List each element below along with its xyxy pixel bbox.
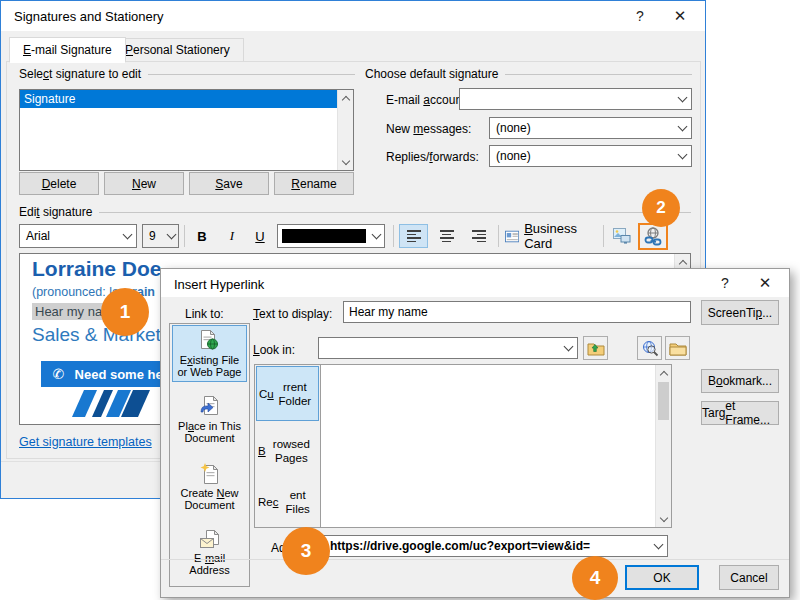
bold-button[interactable]: B bbox=[189, 224, 215, 248]
signature-list-scrollbar[interactable] bbox=[337, 90, 353, 170]
look-in-label: Look in: bbox=[253, 343, 295, 357]
bookmark-button[interactable]: Bookmark... bbox=[701, 369, 779, 393]
sidebar-item-label: E-mail Address bbox=[173, 552, 246, 576]
font-family-combo[interactable]: Arial bbox=[19, 224, 137, 248]
link-to-label: Link to: bbox=[185, 307, 224, 321]
font-size-combo[interactable]: 9 bbox=[142, 224, 179, 248]
callout-badge-1: 1 bbox=[101, 288, 149, 336]
footer-divider bbox=[161, 559, 789, 560]
file-browser[interactable]: Current Folder Browsed Pages Recent File… bbox=[254, 364, 672, 528]
tab-email-signature[interactable]: E-mail Signature bbox=[9, 37, 126, 63]
replies-forwards-combo[interactable]: (none) bbox=[489, 145, 692, 167]
align-left-button[interactable] bbox=[399, 224, 428, 248]
browse-up-folder-button[interactable] bbox=[583, 336, 608, 360]
recent-files-tab[interactable]: Recent Files bbox=[256, 479, 319, 525]
phone-icon: ✆ bbox=[53, 366, 65, 382]
folder-icon bbox=[669, 341, 687, 356]
new-messages-combo[interactable]: (none) bbox=[489, 117, 692, 139]
save-button[interactable]: Save bbox=[189, 172, 269, 195]
list-item-signature[interactable]: Signature bbox=[20, 90, 353, 108]
business-card-button[interactable]: Business Card bbox=[505, 224, 599, 248]
edit-signature-label: Edit signature bbox=[19, 205, 92, 219]
cancel-button[interactable]: Cancel bbox=[719, 565, 779, 590]
edit-signature-group: Edit signature bbox=[19, 205, 691, 219]
open-folder-button[interactable] bbox=[665, 336, 690, 360]
scroll-down-icon[interactable] bbox=[656, 511, 671, 527]
scrollbar-thumb[interactable] bbox=[658, 382, 669, 420]
chevron-down-icon[interactable] bbox=[118, 225, 136, 247]
sidebar-item-create-new-document[interactable]: Create New Document bbox=[172, 459, 247, 515]
color-swatch bbox=[282, 229, 366, 243]
new-messages-value: (none) bbox=[490, 121, 673, 135]
chevron-down-icon[interactable] bbox=[649, 536, 667, 556]
font-color-button[interactable] bbox=[277, 224, 385, 248]
underline-button[interactable]: U bbox=[247, 224, 273, 248]
folder-tabs-column: Current Folder Browsed Pages Recent File… bbox=[255, 365, 321, 527]
browse-web-button[interactable] bbox=[637, 336, 662, 360]
group-rule bbox=[99, 212, 691, 213]
text-to-display-input[interactable] bbox=[349, 305, 685, 319]
text-to-display-label: Text to display: bbox=[253, 307, 332, 321]
hyperlink-dialog-title: Insert Hyperlink bbox=[174, 277, 264, 292]
sidebar-item-email-address[interactable]: E-mail Address bbox=[172, 526, 247, 580]
select-signature-group: Select signature to edit bbox=[19, 67, 355, 81]
new-button[interactable]: New bbox=[104, 172, 184, 195]
align-center-icon bbox=[440, 230, 454, 242]
insert-picture-button[interactable] bbox=[609, 224, 635, 248]
get-signature-templates-link[interactable]: Get signature templates bbox=[19, 435, 152, 449]
sidebar-item-label: Existing File or Web Page bbox=[174, 354, 245, 378]
default-signature-group: Choose default signature bbox=[365, 67, 692, 81]
chevron-down-icon[interactable] bbox=[559, 338, 577, 358]
sidebar-item-existing-file[interactable]: Existing File or Web Page bbox=[172, 325, 247, 382]
callout-badge-3: 3 bbox=[282, 527, 330, 575]
business-card-icon bbox=[505, 230, 519, 243]
sidebar-item-place-in-document[interactable]: Place in This Document bbox=[172, 392, 247, 448]
delete-button[interactable]: Delete bbox=[19, 172, 99, 195]
text-to-display-field[interactable] bbox=[343, 301, 691, 323]
close-button[interactable]: ✕ bbox=[664, 1, 696, 31]
group-rule bbox=[148, 74, 355, 75]
italic-button[interactable]: I bbox=[219, 224, 245, 248]
chevron-down-icon[interactable] bbox=[673, 89, 691, 109]
address-combo[interactable]: https://drive.google.com/uc?export=view&… bbox=[323, 535, 668, 557]
align-center-button[interactable] bbox=[432, 224, 461, 248]
screentip-button[interactable]: ScreenTip... bbox=[701, 300, 779, 325]
browsed-pages-tab[interactable]: Browsed Pages bbox=[256, 427, 319, 475]
tab-personal-stationery[interactable]: Personal Stationery bbox=[111, 38, 244, 62]
font-family-value: Arial bbox=[20, 229, 118, 243]
ok-button[interactable]: OK bbox=[625, 565, 699, 590]
insert-hyperlink-icon bbox=[643, 227, 663, 246]
scroll-up-icon[interactable] bbox=[656, 365, 671, 381]
address-value: https://drive.google.com/uc?export=view&… bbox=[324, 539, 649, 553]
scroll-down-icon[interactable] bbox=[338, 154, 353, 170]
align-left-icon bbox=[407, 230, 421, 242]
chevron-down-icon[interactable] bbox=[673, 146, 691, 166]
toolbar-separator bbox=[603, 225, 604, 247]
create-new-document-icon bbox=[200, 463, 219, 484]
insert-hyperlink-button[interactable] bbox=[638, 223, 668, 250]
email-account-label: E-mail account: bbox=[386, 93, 469, 107]
help-button[interactable]: ? bbox=[624, 1, 656, 31]
signature-listbox[interactable]: Signature bbox=[19, 89, 354, 171]
chevron-down-icon[interactable] bbox=[164, 225, 178, 247]
look-in-combo[interactable] bbox=[318, 337, 578, 359]
scroll-up-icon[interactable] bbox=[338, 90, 353, 106]
toolbar-separator bbox=[184, 225, 185, 247]
rename-button[interactable]: Rename bbox=[274, 172, 354, 195]
insert-picture-icon bbox=[613, 228, 631, 244]
help-button[interactable]: ? bbox=[709, 269, 741, 297]
group-rule bbox=[505, 74, 692, 75]
existing-file-icon bbox=[200, 330, 219, 351]
chevron-down-icon[interactable] bbox=[673, 118, 691, 138]
current-folder-tab[interactable]: Current Folder bbox=[256, 366, 319, 421]
email-account-combo[interactable] bbox=[459, 88, 692, 110]
close-button[interactable]: ✕ bbox=[749, 269, 781, 297]
target-frame-button[interactable]: Target Frame... bbox=[701, 401, 779, 425]
folder-up-icon bbox=[587, 340, 605, 356]
align-right-button[interactable] bbox=[464, 224, 493, 248]
chevron-down-icon[interactable] bbox=[368, 234, 384, 238]
replies-forwards-value: (none) bbox=[490, 149, 673, 163]
file-list-scrollbar[interactable] bbox=[655, 365, 671, 527]
sidebar-item-label: Create New Document bbox=[173, 487, 246, 511]
place-in-document-icon bbox=[200, 396, 219, 417]
